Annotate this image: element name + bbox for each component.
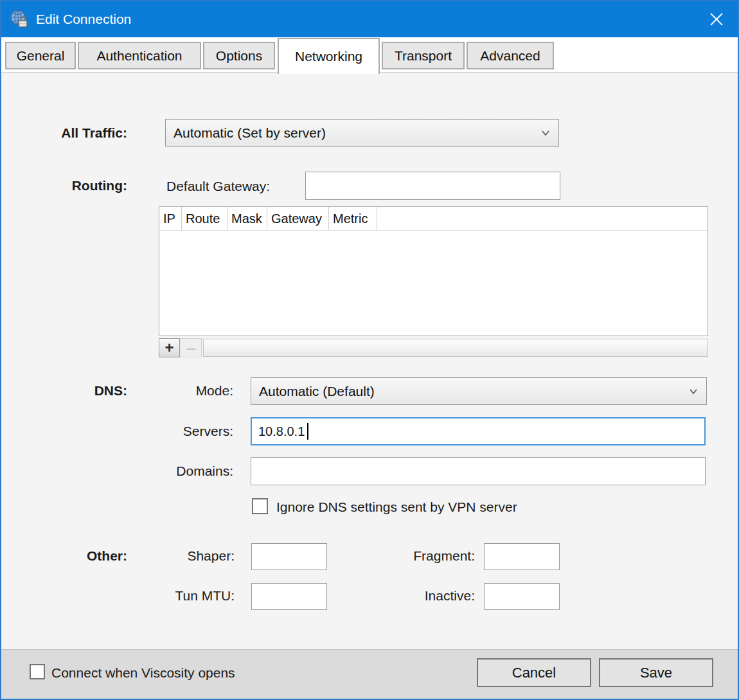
dns-servers-value: 10.8.0.1 — [258, 424, 305, 439]
remove-route-button: – — [181, 338, 202, 357]
titlebar: Edit Connection — [1, 1, 738, 37]
tun-mtu-label: Tun MTU: — [156, 586, 235, 606]
tab-label: General — [17, 48, 65, 64]
shaper-label: Shaper: — [156, 546, 235, 566]
dialog-footer: Connect when Viscosity opens Cancel Save — [1, 649, 738, 699]
minus-icon: – — [187, 339, 195, 357]
routing-table-header: IP Route Mask Gateway Metric — [159, 207, 708, 231]
all-traffic-value: Automatic (Set by server) — [174, 125, 540, 141]
dns-domains-input[interactable] — [251, 457, 706, 485]
save-button-label: Save — [640, 665, 672, 681]
tab-options[interactable]: Options — [203, 42, 275, 69]
col-header-ip: IP — [159, 207, 182, 230]
tab-transport[interactable]: Transport — [382, 42, 465, 69]
window-title: Edit Connection — [36, 1, 131, 37]
tab-general[interactable]: General — [5, 42, 76, 69]
tab-authentication[interactable]: Authentication — [78, 42, 201, 69]
ignore-dns-checkbox[interactable] — [252, 498, 268, 514]
save-button[interactable]: Save — [599, 658, 713, 687]
col-header-gateway: Gateway — [267, 207, 329, 230]
routing-table-body[interactable] — [159, 231, 708, 336]
viscosity-connection-icon — [9, 9, 30, 30]
tun-mtu-input[interactable] — [251, 583, 327, 610]
route-toolbar-filler — [203, 339, 708, 357]
tab-bar: General Authentication Options Networkin… — [1, 37, 738, 72]
chevron-down-icon — [688, 388, 699, 395]
add-route-button[interactable]: + — [159, 338, 180, 357]
dns-servers-label: Servers: — [156, 422, 233, 441]
cancel-button-label: Cancel — [512, 665, 556, 681]
cancel-button[interactable]: Cancel — [477, 658, 591, 687]
chevron-down-icon — [540, 129, 551, 137]
col-header-metric: Metric — [329, 207, 377, 230]
default-gateway-label: Default Gateway: — [166, 177, 270, 196]
tab-networking[interactable]: Networking — [278, 38, 380, 74]
fragment-input[interactable] — [484, 543, 560, 570]
inactive-label: Inactive: — [387, 586, 475, 606]
connect-on-open-checkbox[interactable] — [30, 664, 45, 679]
dns-label: DNS: — [1, 381, 127, 400]
default-gateway-input[interactable] — [305, 172, 560, 200]
routing-table[interactable]: IP Route Mask Gateway Metric — [159, 206, 708, 336]
other-label: Other: — [1, 546, 127, 566]
text-caret — [307, 423, 308, 440]
tab-advanced[interactable]: Advanced — [467, 42, 554, 69]
networking-panel: All Traffic: Automatic (Set by server) R… — [1, 72, 738, 649]
connect-on-open-label: Connect when Viscosity opens — [51, 663, 235, 683]
dns-domains-label: Domains: — [156, 462, 233, 481]
col-header-route: Route — [182, 207, 227, 230]
plus-icon: + — [165, 339, 174, 357]
ignore-dns-label: Ignore DNS settings sent by VPN server — [276, 498, 517, 517]
tab-label: Transport — [395, 48, 452, 64]
dns-mode-value: Automatic (Default) — [259, 384, 688, 399]
tab-label: Options — [216, 48, 262, 64]
dns-mode-label: Mode: — [156, 381, 233, 400]
shaper-input[interactable] — [251, 543, 327, 570]
close-button[interactable] — [706, 8, 727, 30]
routing-label: Routing: — [1, 176, 127, 195]
all-traffic-label: All Traffic: — [1, 123, 127, 143]
tab-label: Authentication — [96, 48, 182, 64]
dns-servers-input[interactable]: 10.8.0.1 — [251, 417, 706, 445]
inactive-input[interactable] — [484, 583, 560, 610]
col-header-mask: Mask — [227, 207, 267, 230]
fragment-label: Fragment: — [387, 546, 475, 566]
tab-label: Networking — [295, 49, 362, 64]
tab-label: Advanced — [480, 48, 540, 64]
close-icon — [709, 12, 724, 26]
dns-mode-select[interactable]: Automatic (Default) — [251, 377, 707, 405]
all-traffic-select[interactable]: Automatic (Set by server) — [165, 119, 559, 147]
edit-connection-dialog: Edit Connection General Authentication O… — [0, 0, 739, 700]
